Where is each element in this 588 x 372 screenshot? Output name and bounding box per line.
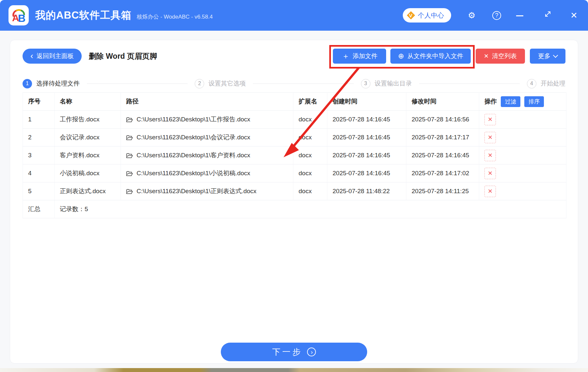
delete-row-button[interactable]: ✕ (484, 114, 496, 125)
annotated-button-group: ＋ 添加文件 ⊕ 从文件夹中导入文件 (333, 49, 470, 64)
table-row: 4 小说初稿.docx C:\Users\11623\Desktop\1\小说初… (23, 164, 566, 182)
delete-row-button[interactable]: ✕ (484, 168, 496, 179)
step-3-number: 3 (361, 79, 370, 88)
toolbar: ‹ 返回到主面板 删除 Word 页眉页脚 ＋ 添加文件 ⊕ 从文件夹中导入文件 (23, 49, 565, 64)
minimize-button[interactable] (516, 15, 527, 16)
app-title: 我的ABC软件工具箱 (35, 8, 131, 22)
app-logo: A B (8, 5, 29, 25)
clear-list-label: 清空列表 (492, 52, 517, 60)
step-3-output-dir: 3 设置输出目录 (361, 79, 412, 88)
cell-actions: ✕ (479, 164, 566, 182)
more-button[interactable]: 更多 (530, 49, 565, 64)
arrow-right-circle-icon: › (307, 348, 316, 356)
sort-button[interactable]: 排序 (524, 96, 544, 107)
header-path: 路径 (121, 93, 293, 111)
back-button-label: 返回到主面板 (37, 52, 74, 60)
folder-icon (126, 117, 133, 123)
delete-x-icon: ✕ (488, 170, 493, 177)
cell-name: 会议记录.docx (55, 129, 121, 147)
delete-x-icon: ✕ (488, 188, 493, 195)
titlebar-controls: V 个人中心 ⚙ ? ✕ (403, 8, 580, 23)
help-icon[interactable]: ? (492, 11, 501, 20)
header-modified: 修改时间 (406, 93, 479, 111)
cell-path: C:\Users\11623\Desktop\1\工作报告.docx (121, 111, 293, 129)
cell-created: 2025-07-28 14:16:45 (327, 129, 406, 147)
file-table: 序号 名称 路径 扩展名 创建时间 修改时间 操作 过滤 排序 (23, 92, 566, 218)
cell-created: 2025-07-28 11:48:22 (327, 182, 406, 200)
cell-modified: 2025-07-28 14:17:17 (406, 129, 479, 147)
table-row: 5 正则表达式.docx C:\Users\11623\Desktop\1\正则… (23, 182, 566, 200)
page-title: 删除 Word 页眉页脚 (89, 51, 157, 61)
step-connector (87, 84, 188, 84)
delete-row-button[interactable]: ✕ (484, 150, 496, 161)
filter-button[interactable]: 过滤 (501, 96, 520, 107)
add-files-button[interactable]: ＋ 添加文件 (333, 49, 386, 64)
user-center-button[interactable]: V 个人中心 (403, 8, 451, 23)
path-text: C:\Users\11623\Desktop\1\小说初稿.docx (137, 169, 250, 178)
cell-name: 客户资料.docx (55, 147, 121, 164)
cell-created: 2025-07-28 14:16:45 (327, 111, 406, 129)
delete-x-icon: ✕ (488, 152, 493, 159)
step-indicator: 1 选择待处理文件 2 设置其它选项 3 设置输出目录 4 开始处理 (23, 78, 565, 89)
main-panel: ‹ 返回到主面板 删除 Word 页眉页脚 ＋ 添加文件 ⊕ 从文件夹中导入文件 (10, 40, 578, 364)
import-from-folder-button[interactable]: ⊕ 从文件夹中导入文件 (390, 49, 470, 64)
step-2-number: 2 (195, 79, 204, 88)
step-2-label: 设置其它选项 (208, 79, 246, 88)
cell-path: C:\Users\11623\Desktop\1\小说初稿.docx (121, 164, 293, 182)
resize-button[interactable] (542, 10, 553, 21)
cell-actions: ✕ (479, 129, 566, 147)
cell-actions: ✕ (479, 182, 566, 200)
back-to-main-button[interactable]: ‹ 返回到主面板 (23, 49, 82, 64)
step-4-number: 4 (527, 79, 536, 88)
cell-ext: docx (293, 129, 327, 147)
close-button[interactable]: ✕ (568, 10, 580, 21)
delete-row-button[interactable]: ✕ (484, 186, 496, 197)
actions-label: 操作 (484, 97, 497, 106)
cell-ext: docx (293, 182, 327, 200)
table-row: 2 会议记录.docx C:\Users\11623\Desktop\1\会议记… (23, 129, 566, 147)
add-files-label: 添加文件 (352, 52, 377, 60)
next-step-button[interactable]: 下一步 › (221, 343, 367, 361)
toolbar-actions: ＋ 添加文件 ⊕ 从文件夹中导入文件 ✕ 清空列表 更多 (333, 49, 565, 64)
step-4-label: 开始处理 (541, 79, 565, 88)
settings-gear-icon[interactable]: ⚙ (466, 10, 477, 21)
table-row: 1 工作报告.docx C:\Users\11623\Desktop\1\工作报… (23, 111, 566, 129)
resize-diagonal-icon (544, 10, 552, 18)
cell-actions: ✕ (479, 147, 566, 164)
cell-path: C:\Users\11623\Desktop\1\会议记录.docx (121, 129, 293, 147)
summary-label: 汇总 (23, 200, 55, 218)
header-index: 序号 (23, 93, 55, 111)
cell-created: 2025-07-28 14:16:45 (327, 164, 406, 182)
folder-icon (126, 135, 133, 141)
delete-x-icon: ✕ (488, 116, 493, 123)
cell-index: 4 (23, 164, 55, 182)
clear-x-icon: ✕ (484, 53, 489, 60)
cell-ext: docx (293, 111, 327, 129)
folder-icon (126, 189, 133, 194)
clear-list-button[interactable]: ✕ 清空列表 (476, 49, 525, 64)
delete-row-button[interactable]: ✕ (484, 132, 496, 143)
cell-name: 工作报告.docx (55, 111, 121, 129)
step-1-select-files: 1 选择待处理文件 (23, 79, 80, 88)
user-center-label: 个人中心 (418, 11, 444, 20)
cell-ext: docx (293, 164, 327, 182)
svg-text:V: V (409, 13, 412, 18)
step-1-number: 1 (23, 79, 32, 88)
cell-index: 3 (23, 147, 55, 164)
minimize-icon (516, 15, 523, 16)
cell-modified: 2025-07-28 14:17:02 (406, 164, 479, 182)
titlebar: A B 我的ABC软件工具箱 核烁办公 - WodeABC - v6.58.4 … (0, 0, 588, 31)
cell-path: C:\Users\11623\Desktop\1\正则表达式.docx (121, 182, 293, 200)
circle-plus-icon: ⊕ (398, 52, 404, 60)
step-4-start: 4 开始处理 (527, 79, 565, 88)
app-subtitle: 核烁办公 - WodeABC - v6.58.4 (137, 13, 213, 21)
path-text: C:\Users\11623\Desktop\1\正则表达式.docx (137, 187, 256, 195)
more-label: 更多 (538, 52, 550, 60)
cell-index: 2 (23, 129, 55, 147)
table-header-row: 序号 名称 路径 扩展名 创建时间 修改时间 操作 过滤 排序 (23, 93, 566, 111)
delete-x-icon: ✕ (488, 134, 493, 141)
cell-created: 2025-07-28 14:16:45 (327, 147, 406, 164)
step-connector (253, 84, 353, 84)
cell-actions: ✕ (479, 111, 566, 129)
step-1-label: 选择待处理文件 (36, 79, 80, 88)
